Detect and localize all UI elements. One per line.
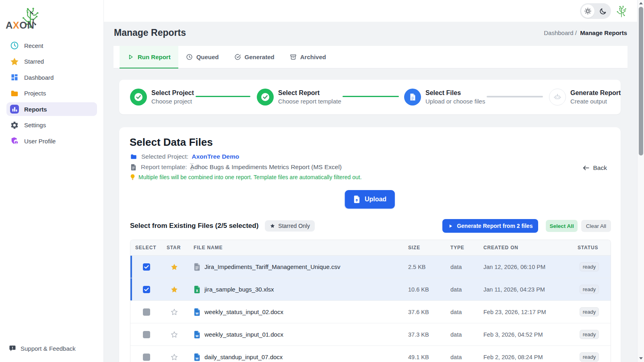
table-row[interactable]: xjira_sample_bugs_30.xlsx10.6 KBdataJan … bbox=[130, 278, 611, 301]
sidebar-item-starred[interactable]: Starred bbox=[6, 55, 97, 68]
files-table-body: Jira_Impediments_Tariff_Management_Uniqu… bbox=[130, 256, 611, 362]
step-connector bbox=[487, 96, 543, 97]
row-checkbox-checked[interactable] bbox=[143, 286, 150, 293]
selected-project-label: Selected Project: bbox=[141, 153, 188, 160]
upload-button[interactable]: Upload bbox=[345, 190, 395, 209]
step-robot-icon bbox=[549, 89, 566, 105]
step-connector bbox=[196, 96, 250, 97]
brand-logo[interactable]: AXON bbox=[6, 2, 54, 36]
generate-report-label: Generate Report from 2 files bbox=[457, 223, 533, 229]
step-subtitle: Choose report template bbox=[278, 98, 341, 105]
star-toggle-on[interactable] bbox=[170, 285, 185, 294]
selected-project-value[interactable]: AxonTree Demo bbox=[192, 153, 239, 160]
file-name: weekly_status_input_02.docx bbox=[204, 308, 283, 315]
starred-only-toggle[interactable]: Starred Only bbox=[265, 220, 315, 232]
step-connector bbox=[343, 96, 399, 97]
generate-report-button[interactable]: Generate Report from 2 files bbox=[442, 219, 538, 233]
page-header: Manage Reports Dashboard / Manage Report… bbox=[104, 22, 644, 46]
play-filled-icon bbox=[448, 223, 453, 229]
shield-user-icon bbox=[10, 136, 19, 146]
support-bubble-icon bbox=[9, 345, 16, 352]
arrow-left-icon bbox=[582, 165, 590, 171]
brand-wordmark: AXON bbox=[6, 20, 34, 31]
file-kind: data bbox=[446, 354, 477, 360]
table-row[interactable]: wdaily_standup_input_07.docx49.1 KBdataF… bbox=[130, 346, 611, 362]
row-checkbox-checked[interactable] bbox=[143, 263, 150, 271]
tab-run-report[interactable]: Run Report bbox=[120, 46, 178, 68]
topbar bbox=[104, 0, 644, 22]
scrollbar-down-arrow[interactable] bbox=[638, 355, 644, 362]
card-title: Select Data Files bbox=[130, 136, 213, 149]
tab-archived[interactable]: Archived bbox=[282, 46, 334, 68]
window-scrollbar[interactable] bbox=[637, 0, 644, 362]
tab-generated[interactable]: Generated bbox=[227, 46, 282, 68]
light-mode-icon[interactable] bbox=[581, 4, 594, 18]
wizard-stepper: Select Project Choose project Select Rep… bbox=[119, 80, 621, 114]
tip-text: Multiple files will be combined into one… bbox=[138, 174, 362, 180]
sidebar-item-label: Recent bbox=[24, 42, 43, 49]
sidebar-item-label: Dashboard bbox=[24, 74, 54, 81]
sidebar-item-user-profile[interactable]: User Profile bbox=[6, 134, 97, 148]
sidebar-nav: RecentStarredDashboardProjectsReportsSet… bbox=[0, 39, 103, 150]
page-title: Manage Reports bbox=[114, 27, 186, 38]
step-generate-report: Generate Report Create output bbox=[549, 89, 621, 105]
column-header-size: SIZE bbox=[403, 245, 446, 250]
dark-mode-icon[interactable] bbox=[596, 4, 609, 18]
status-badge: ready bbox=[580, 330, 599, 339]
star-toggle-on[interactable] bbox=[170, 263, 185, 271]
breadcrumb-current: Manage Reports bbox=[580, 29, 627, 36]
file-created-on: Feb 3, 2026, 04:52 PM bbox=[477, 331, 572, 338]
row-checkbox-unchecked[interactable] bbox=[143, 308, 150, 316]
column-header-created-on: CREATED ON bbox=[477, 245, 572, 250]
scrollbar-up-arrow[interactable] bbox=[638, 0, 644, 6]
column-header-star: STAR bbox=[161, 245, 185, 250]
sidebar-item-recent[interactable]: Recent bbox=[6, 39, 97, 52]
topbar-tree-icon[interactable] bbox=[614, 4, 627, 18]
step-done-check-icon bbox=[130, 89, 147, 105]
clear-all-button[interactable]: Clear All bbox=[581, 220, 611, 232]
step-title: Select Project bbox=[151, 89, 194, 97]
star-toggle-off[interactable] bbox=[170, 308, 185, 316]
back-link[interactable]: Back bbox=[582, 164, 607, 172]
status-badge: ready bbox=[580, 307, 599, 316]
table-row[interactable]: Jira_Impediments_Tariff_Management_Uniqu… bbox=[130, 256, 611, 278]
file-created-on: Jan 12, 2026, 06:10 PM bbox=[477, 264, 572, 270]
sidebar-item-label: Starred bbox=[24, 58, 44, 65]
star-small-icon bbox=[270, 223, 275, 229]
column-header-select: SELECT bbox=[130, 245, 161, 250]
files-table: SELECT STAR FILE NAME SIZE TYPE CREATED … bbox=[130, 240, 611, 362]
step-done-check-icon bbox=[257, 89, 274, 105]
step-file-icon bbox=[404, 89, 421, 105]
sidebar-item-dashboard[interactable]: Dashboard bbox=[6, 70, 97, 84]
select-all-button[interactable]: Select All bbox=[546, 220, 577, 232]
star-toggle-off[interactable] bbox=[170, 353, 185, 361]
sidebar-item-reports[interactable]: Reports bbox=[6, 102, 97, 116]
star-toggle-off[interactable] bbox=[170, 331, 185, 339]
theme-toggle[interactable] bbox=[580, 3, 611, 19]
row-checkbox-unchecked[interactable] bbox=[143, 331, 150, 338]
step-title: Generate Report bbox=[570, 89, 621, 97]
table-row[interactable]: wweekly_status_input_01.docx37.3 KBdataF… bbox=[130, 323, 611, 346]
support-feedback-link[interactable]: Support & Feedback bbox=[9, 345, 76, 352]
table-row[interactable]: wweekly_status_input_02.docx37.6 KBdataF… bbox=[130, 301, 611, 323]
svg-text:w: w bbox=[195, 311, 199, 315]
sidebar-item-projects[interactable]: Projects bbox=[6, 87, 97, 100]
sidebar-item-label: User Profile bbox=[24, 138, 56, 145]
main-area: Manage Reports Dashboard / Manage Report… bbox=[104, 0, 644, 362]
row-checkbox-unchecked[interactable] bbox=[143, 354, 150, 361]
file-created-on: Jan 11, 2026, 04:23 PM bbox=[477, 286, 572, 293]
tab-queued[interactable]: Queued bbox=[178, 46, 227, 68]
check-circle-icon bbox=[234, 54, 241, 60]
files-table-header: SELECT STAR FILE NAME SIZE TYPE CREATED … bbox=[130, 240, 611, 256]
file-name: jira_sample_bugs_30.xlsx bbox=[204, 286, 274, 293]
file-created-on: Feb 23, 2026, 12:17 PM bbox=[477, 309, 572, 315]
scrollbar-thumb[interactable] bbox=[639, 7, 643, 155]
svg-text:w: w bbox=[195, 333, 199, 337]
breadcrumb-dashboard[interactable]: Dashboard bbox=[544, 29, 573, 36]
file-name: daily_standup_input_07.docx bbox=[204, 354, 283, 360]
step-select-files: Select Files Upload or choose files bbox=[404, 89, 485, 105]
file-name: weekly_status_input_01.docx bbox=[204, 331, 283, 338]
file-kind: data bbox=[446, 309, 477, 315]
lightbulb-icon bbox=[130, 174, 135, 180]
sidebar-item-settings[interactable]: Settings bbox=[6, 118, 97, 132]
